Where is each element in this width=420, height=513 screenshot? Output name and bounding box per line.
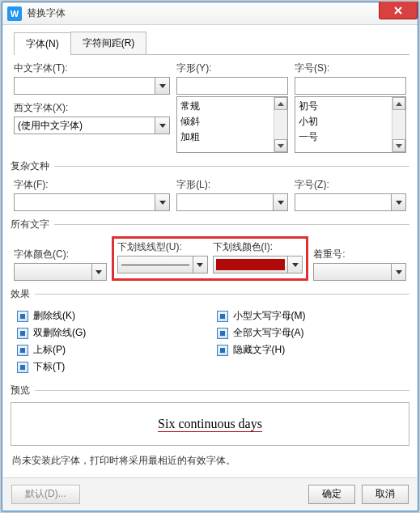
checkbox-allcaps-label: 全部大写字母(A) [233, 326, 304, 340]
size-option[interactable]: 初号 [297, 99, 404, 114]
underline-color-swatch [216, 259, 286, 270]
dialog-content: 字体(N) 字符间距(R) 中文字体(T): 西文字体(X): (使用中文字体)… [2, 25, 418, 476]
group-preview-label: 预览 [11, 384, 30, 397]
group-all-text: 所有文字 [11, 218, 409, 231]
scroll-track[interactable] [392, 110, 405, 139]
group-all-text-label: 所有文字 [11, 218, 49, 231]
label-style: 字形(Y): [176, 61, 288, 75]
chevron-down-icon [396, 270, 402, 274]
complex-font-combo[interactable] [14, 193, 170, 211]
size-input[interactable] [295, 77, 406, 95]
ok-button[interactable]: 确定 [308, 485, 355, 504]
style-option[interactable]: 倾斜 [179, 114, 286, 129]
complex-style-combo[interactable] [176, 193, 288, 211]
chevron-down-icon [159, 201, 166, 205]
dialog-footer: 默认(D)... 确定 取消 [3, 477, 417, 510]
scroll-up-button[interactable] [392, 97, 405, 110]
scrollbar[interactable] [392, 97, 405, 152]
chevron-down-icon [95, 270, 102, 274]
size-option[interactable]: 小初 [297, 114, 404, 129]
scroll-up-button[interactable] [274, 97, 287, 110]
size-option[interactable]: 一号 [297, 129, 404, 145]
chevron-down-icon [278, 201, 284, 205]
group-preview: 预览 [11, 384, 409, 397]
close-button[interactable] [379, 2, 418, 19]
checkbox-super[interactable] [17, 345, 28, 356]
close-icon [393, 6, 403, 15]
titlebar: W 替换字体 [2, 2, 418, 25]
scroll-track[interactable] [274, 110, 287, 139]
label-underline-style: 下划线线型(U): [117, 240, 208, 254]
effects-panel: 删除线(K) 双删除线(G) 上标(P) 下标(T) 小型大写字母(M) 全部大… [11, 306, 409, 377]
latin-font-combo[interactable]: (使用中文字体) [14, 117, 170, 134]
group-effects: 效果 [11, 287, 409, 301]
style-option[interactable]: 常规 [179, 99, 286, 114]
group-complex: 复杂文种 [11, 159, 409, 173]
window-title: 替换字体 [27, 6, 66, 20]
tab-font[interactable]: 字体(N) [14, 32, 71, 55]
label-complex-style: 字形(L): [176, 178, 288, 192]
size-listbox[interactable]: 初号 小初 一号 [295, 96, 406, 153]
underline-style-combo[interactable] [117, 256, 208, 273]
underline-color-combo[interactable] [213, 256, 303, 273]
cjk-font-dropdown-button[interactable] [155, 78, 169, 94]
checkbox-allcaps[interactable] [217, 328, 228, 339]
label-font-color: 字体颜色(C): [14, 248, 107, 261]
latin-font-value: (使用中文字体) [18, 119, 83, 133]
checkbox-hidden[interactable] [217, 345, 228, 356]
tab-bar: 字体(N) 字符间距(R) [14, 32, 409, 55]
latin-font-dropdown-button[interactable] [155, 117, 169, 134]
chevron-down-icon [159, 84, 166, 88]
checkbox-sub[interactable] [17, 362, 28, 373]
checkbox-sub-label: 下标(T) [33, 360, 65, 374]
checkbox-dstrike[interactable] [17, 328, 28, 339]
label-cjk-font: 中文字体(T): [14, 61, 170, 75]
font-note: 尚未安装此字体，打印时将采用最相近的有效字体。 [12, 454, 409, 468]
style-input[interactable] [176, 77, 288, 95]
complex-size-combo[interactable] [295, 193, 406, 211]
checkbox-smallcaps-label: 小型大写字母(M) [233, 309, 306, 323]
scroll-down-button[interactable] [392, 139, 405, 152]
checkbox-smallcaps[interactable] [217, 311, 228, 322]
scroll-down-button[interactable] [274, 139, 287, 152]
scrollbar[interactable] [274, 97, 287, 152]
cjk-font-combo[interactable] [14, 77, 170, 95]
dialog-window: W 替换字体 字体(N) 字符间距(R) 中文字体(T): 西文字体(X): (… [2, 2, 418, 511]
chevron-down-icon [197, 263, 203, 267]
highlight-frame: 下划线线型(U): 下划线颜色(I): [112, 236, 309, 281]
font-color-swatch [17, 266, 89, 278]
underline-sample [121, 265, 189, 265]
checkbox-dstrike-label: 双删除线(G) [33, 326, 86, 340]
preview-box: Six continuous days [11, 402, 409, 446]
checkbox-strike[interactable] [17, 311, 28, 322]
chevron-down-icon [159, 124, 166, 128]
chevron-down-icon [396, 201, 402, 205]
style-option[interactable]: 加粗 [179, 129, 286, 145]
default-button[interactable]: 默认(D)... [11, 485, 80, 504]
group-effects-label: 效果 [11, 287, 30, 301]
emphasis-combo[interactable] [313, 263, 406, 281]
tab-spacing[interactable]: 字符间距(R) [70, 32, 147, 54]
font-color-combo[interactable] [14, 263, 107, 281]
checkbox-hidden-label: 隐藏文字(H) [233, 343, 286, 357]
cancel-button[interactable]: 取消 [362, 485, 409, 504]
preview-text: Six continuous days [158, 417, 262, 432]
group-complex-label: 复杂文种 [11, 159, 49, 173]
label-size: 字号(S): [295, 61, 406, 75]
label-underline-color: 下划线颜色(I): [213, 240, 303, 254]
checkbox-super-label: 上标(P) [33, 343, 66, 357]
label-complex-size: 字号(Z): [295, 178, 406, 192]
label-emphasis: 着重号: [313, 248, 406, 261]
checkbox-strike-label: 删除线(K) [33, 309, 75, 323]
style-listbox[interactable]: 常规 倾斜 加粗 [176, 96, 288, 153]
label-latin-font: 西文字体(X): [14, 101, 170, 115]
label-complex-font: 字体(F): [14, 178, 170, 192]
chevron-down-icon [292, 263, 299, 267]
app-icon: W [7, 6, 22, 21]
emphasis-swatch [316, 266, 388, 278]
